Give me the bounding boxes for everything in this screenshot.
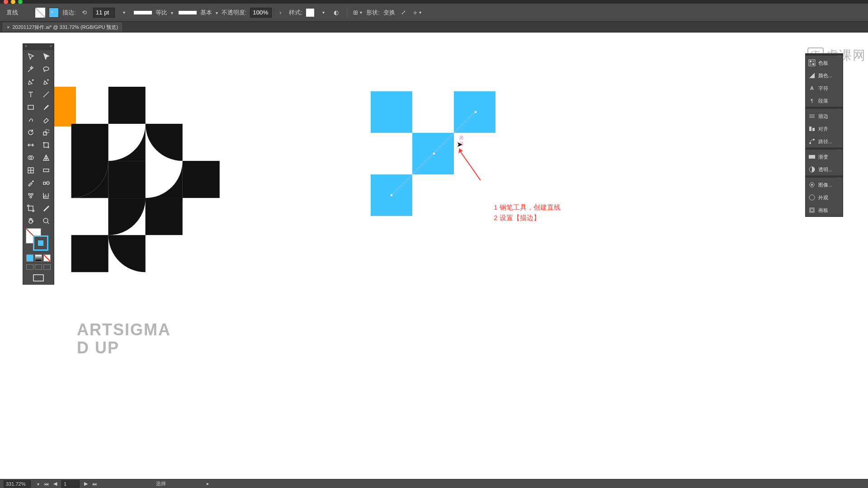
shape-label: 形状:: [366, 9, 380, 17]
anchor-point[interactable]: [433, 152, 435, 155]
panel-路径...[interactable]: 路径...: [806, 135, 843, 148]
shaper-tool[interactable]: [23, 113, 38, 126]
svg-point-22: [30, 196, 32, 198]
options-bar: 直线 描边: ⟲ 等比 基本 不透明度: › 样式: ◐ ⊞ 形状: 变换 ⤢ …: [0, 4, 868, 22]
rotate-tool[interactable]: [23, 126, 38, 139]
magic-wand-tool[interactable]: [23, 63, 38, 75]
gradient-mode[interactable]: [35, 254, 42, 262]
close-icon[interactable]: [4, 0, 8, 4]
svg-rect-29: [812, 63, 814, 65]
selection-tool[interactable]: [23, 50, 38, 63]
image-icon: [808, 181, 816, 188]
line-tool[interactable]: [38, 88, 54, 101]
type-tool[interactable]: [23, 88, 38, 101]
canvas[interactable]: 路径 ➤ 1 钢笔工具，创建直线 2 设置【描边】 ARTSIGMA D UP: [0, 33, 868, 479]
slice-tool[interactable]: [38, 202, 54, 215]
path-icon: [808, 138, 816, 145]
close-tab-icon[interactable]: ×: [7, 24, 9, 30]
artboard-tool[interactable]: [23, 202, 38, 215]
hint-line: 2 设置【描边】: [494, 213, 561, 223]
swatches-icon: [808, 59, 816, 66]
stroke-icon: [808, 113, 816, 120]
panel-外观[interactable]: 外观: [806, 191, 843, 204]
svg-rect-23: [28, 206, 33, 211]
svg-rect-31: [812, 128, 815, 131]
recolor-icon[interactable]: ◐: [331, 8, 341, 18]
lasso-tool[interactable]: [38, 63, 54, 75]
svg-point-24: [43, 218, 48, 223]
isolate-icon[interactable]: ⤢: [399, 8, 409, 18]
panel-渐变[interactable]: 渐变: [806, 150, 843, 163]
draw-normal[interactable]: [26, 264, 33, 270]
free-transform-tool[interactable]: [38, 139, 54, 151]
svg-rect-17: [43, 169, 49, 172]
draw-behind[interactable]: [35, 264, 42, 270]
symbol-tool[interactable]: [23, 189, 38, 202]
profile-select[interactable]: 等比: [132, 9, 173, 17]
graph-tool[interactable]: [38, 189, 54, 202]
svg-rect-40: [811, 209, 813, 211]
mesh-tool[interactable]: [23, 164, 38, 177]
none-mode[interactable]: [43, 254, 51, 262]
color-icon: [808, 72, 816, 79]
anchor-point[interactable]: [390, 194, 393, 197]
stroke-weight-dropdown[interactable]: [118, 8, 128, 18]
scale-tool[interactable]: [38, 126, 54, 139]
panel-段落[interactable]: ¶段落: [806, 94, 843, 107]
draw-inside[interactable]: [43, 264, 51, 270]
svg-point-21: [31, 193, 33, 195]
stroke-weight-input[interactable]: [93, 8, 115, 18]
blend-tool[interactable]: [38, 177, 54, 189]
profile-label: 等比: [156, 9, 167, 17]
panel-画板[interactable]: 画板: [806, 204, 843, 216]
maximize-icon[interactable]: [18, 0, 23, 4]
style-swatch[interactable]: [306, 9, 314, 17]
stroke-swatch[interactable]: [49, 8, 59, 18]
direct-selection-tool[interactable]: [38, 50, 54, 63]
curvature-tool[interactable]: [38, 75, 54, 88]
gradient-icon: [808, 153, 816, 160]
fill-stroke-swatch[interactable]: [23, 227, 54, 253]
panel-透明...[interactable]: 透明...: [806, 163, 843, 176]
zoom-tool[interactable]: [38, 215, 54, 227]
width-tool[interactable]: [23, 139, 38, 151]
svg-point-20: [28, 193, 30, 195]
brush-select[interactable]: 基本: [177, 9, 218, 17]
anchor-point[interactable]: [474, 111, 477, 113]
more-icon[interactable]: ⟡: [412, 8, 422, 18]
svg-rect-28: [810, 63, 811, 65]
window-titlebar: [0, 0, 868, 4]
svg-rect-11: [44, 143, 48, 147]
brush-tool[interactable]: [38, 101, 54, 113]
color-mode[interactable]: [26, 254, 33, 262]
panel-字符[interactable]: A字符: [806, 82, 843, 94]
svg-rect-27: [812, 61, 814, 62]
gradient-tool[interactable]: [38, 164, 54, 177]
document-tab[interactable]: × 20201127操作.ai* @ 331.72% (RGB/GPU 预览): [3, 23, 122, 32]
eraser-tool[interactable]: [38, 113, 54, 126]
pen-tool[interactable]: [23, 75, 38, 88]
toolbox-header[interactable]: ×«: [23, 44, 54, 50]
svg-rect-10: [46, 130, 49, 133]
fill-swatch[interactable]: [35, 8, 45, 18]
rectangle-tool[interactable]: [23, 101, 38, 113]
panel-色板[interactable]: 色板: [806, 56, 843, 69]
panel-描边[interactable]: 描边: [806, 110, 843, 122]
opacity-input[interactable]: [250, 8, 272, 18]
align-icon[interactable]: ⊞: [353, 8, 363, 18]
panel-对齐[interactable]: 对齐: [806, 122, 843, 135]
panel-图像...[interactable]: 图像...: [806, 178, 843, 191]
svg-point-7: [47, 80, 48, 80]
eyedropper-tool[interactable]: [23, 177, 38, 189]
shape-builder-tool[interactable]: [23, 151, 38, 164]
minimize-icon[interactable]: [11, 0, 15, 4]
perspective-tool[interactable]: [38, 151, 54, 164]
panel-颜色...[interactable]: 颜色...: [806, 69, 843, 82]
toolbox: ×«: [23, 43, 54, 285]
style-dropdown[interactable]: [318, 8, 328, 18]
hand-tool[interactable]: [23, 215, 38, 227]
opacity-arrow[interactable]: ›: [275, 8, 285, 18]
screen-mode[interactable]: [23, 272, 54, 284]
stroke-link-icon[interactable]: ⟲: [80, 8, 90, 18]
svg-point-37: [811, 184, 813, 186]
